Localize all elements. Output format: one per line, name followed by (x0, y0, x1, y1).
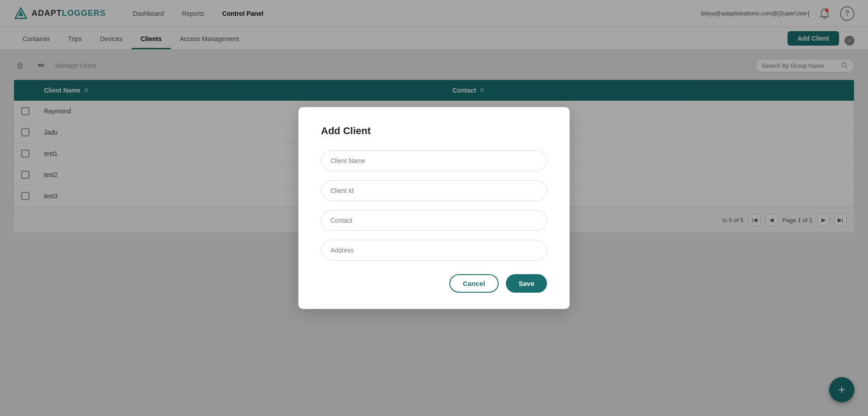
add-client-modal: Add Client Cancel Save (298, 107, 570, 309)
modal-overlay: Add Client Cancel Save (0, 0, 868, 416)
client-id-input[interactable] (321, 180, 547, 201)
client-id-field (321, 180, 547, 201)
client-name-input[interactable] (321, 150, 547, 171)
contact-field (321, 210, 547, 231)
address-field (321, 240, 547, 261)
contact-input[interactable] (321, 210, 547, 231)
save-button[interactable]: Save (506, 274, 547, 293)
client-name-field (321, 150, 547, 171)
modal-title: Add Client (321, 125, 547, 137)
address-input[interactable] (321, 240, 547, 261)
modal-actions: Cancel Save (321, 274, 547, 293)
cancel-button[interactable]: Cancel (449, 274, 499, 293)
